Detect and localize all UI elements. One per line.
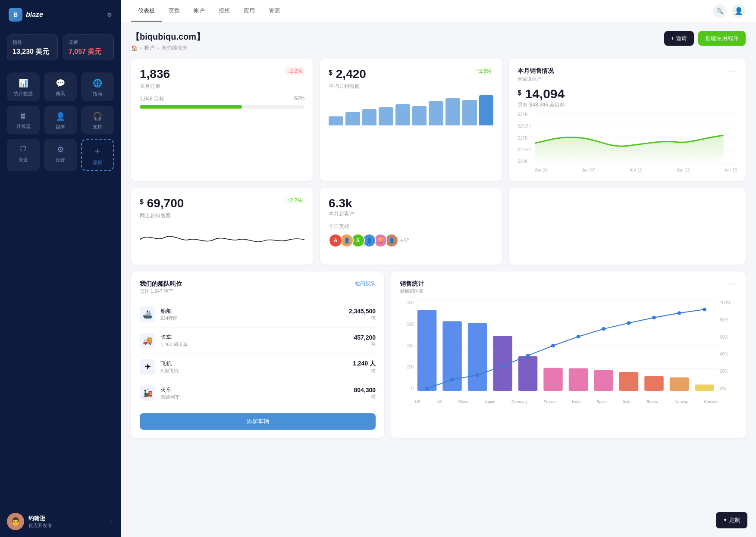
monthly-sales-card: 本月销售情况 全渠道用户 ··· $ 14,094 另有 $48,346 至目标… <box>509 59 746 181</box>
svg-rect-12 <box>468 323 487 391</box>
svg-rect-10 <box>417 310 436 391</box>
country-italy: Italy <box>623 400 631 404</box>
fleet-plane-count: 8 架飞机 <box>160 368 348 374</box>
sidebar-item-security[interactable]: 🛡 安全 <box>7 139 40 171</box>
y-right-0: 0% <box>720 386 737 391</box>
breadcrumb-sep2: › <box>157 45 159 51</box>
user-more-icon[interactable]: ⋮ <box>108 518 114 525</box>
svg-point-33 <box>703 308 706 311</box>
tab-auth[interactable]: 授权 <box>212 1 237 22</box>
avg-sales-badge: ↑2.6% <box>474 67 493 75</box>
sidebar-item-chat[interactable]: 💬 聊天 <box>44 72 77 101</box>
fleet-ship-value: 2,345,500 吨 <box>349 308 376 321</box>
sidebar-settings-icon[interactable]: ⚙ <box>107 12 112 18</box>
svg-point-23 <box>450 378 454 381</box>
x-label-4: Apr 13 <box>677 168 690 172</box>
fleet-ship-unit: 吨 <box>349 315 376 321</box>
country-spain: Spain <box>597 400 607 404</box>
fleet-item-plane: ✈ 飞机 8 架飞机 1,240 人 吨 <box>140 354 376 380</box>
fleet-ship-count: 234艘船 <box>160 315 344 322</box>
bar-9 <box>462 100 477 126</box>
placeholder-card <box>509 188 746 265</box>
plane-icon: ✈ <box>140 359 155 375</box>
sales-stats-title: 销售统计 <box>400 280 424 288</box>
progress-label: 1,048 目标 <box>140 95 164 103</box>
ship-icon: 🚢 <box>140 306 155 322</box>
y-axis-left: 800 600 400 200 0 <box>400 300 414 391</box>
fleet-link[interactable]: 检阅舰队 <box>355 280 376 287</box>
svg-rect-14 <box>518 356 537 391</box>
country-japan: Japan <box>485 400 496 404</box>
truck-icon: 🚚 <box>140 333 155 348</box>
invite-button[interactable]: + 邀请 <box>664 31 694 46</box>
fleet-item-truck: 🚚 卡车 1,460 码卡车 457,200 吨 <box>140 328 376 354</box>
avg-sales-label: 平均日销售额 <box>329 83 493 90</box>
create-app-button[interactable]: 创建应用程序 <box>698 31 746 46</box>
tab-pages[interactable]: 页数 <box>162 1 187 22</box>
bar-3 <box>362 109 377 126</box>
monthly-sales-more-btn[interactable]: ··· <box>729 67 737 75</box>
tab-dashboard[interactable]: 仪表板 <box>131 1 162 22</box>
page-title: 【biqubiqu.com】 <box>131 31 205 43</box>
sidebar-item-media[interactable]: 👤 媒体 <box>44 106 77 134</box>
budget-label: 预算 <box>13 39 52 46</box>
avg-sales-value: $ 2,420 <box>329 67 366 81</box>
currency-symbol: $ <box>329 69 333 77</box>
country-germany: Germany <box>511 400 527 404</box>
bar-1 <box>329 116 343 125</box>
expense-card: 花费 7,057 美元 <box>63 34 114 60</box>
fleet-ship-name: 船舶 <box>160 307 344 315</box>
svg-point-22 <box>425 387 429 390</box>
page-title-section: 【biqubiqu.com】 🏠 › 帐户 › 奥弗维耶夫 <box>131 31 205 52</box>
search-button[interactable]: 🔍 <box>713 4 727 18</box>
total-sales-header: $ 69,700 ↑2.2% <box>140 197 304 210</box>
logo-text: blaze <box>26 11 43 19</box>
svg-rect-16 <box>569 368 588 391</box>
sidebar-label-settings: 设置 <box>56 157 65 163</box>
sidebar-item-add[interactable]: + 添新 <box>81 139 114 171</box>
avg-sales-bar-chart <box>329 95 493 125</box>
y-label-1: $24K <box>518 112 535 117</box>
breadcrumb: 🏠 › 帐户 › 奥弗维耶夫 <box>131 44 205 52</box>
x-label-5: Apr 16 <box>724 168 737 172</box>
sidebar-item-support[interactable]: 🎧 支持 <box>81 106 114 134</box>
chat-icon: 💬 <box>56 78 65 88</box>
user-info: 约翰逊 反应开发者 <box>28 515 104 529</box>
top-tabs: 仪表板 页数 帐户 授权 应用 资源 <box>131 1 287 22</box>
svg-point-30 <box>627 321 631 325</box>
guide-icon: 🌐 <box>93 78 102 88</box>
add-vehicle-button[interactable]: 添加车辆 <box>140 413 376 430</box>
fleet-plane-name: 飞机 <box>160 360 348 368</box>
tab-resources[interactable]: 资源 <box>262 1 287 22</box>
fleet-plane-value: 1,240 人 吨 <box>353 360 376 374</box>
sidebar-item-calculator[interactable]: 🖩 计算器 <box>7 106 40 134</box>
avg-sales-card: $ 2,420 ↑2.6% 平均日销售额 <box>320 59 502 181</box>
user-avatar-button[interactable]: 👤 <box>732 4 746 18</box>
country-canada: Canada <box>704 400 718 404</box>
tab-apps[interactable]: 应用 <box>237 1 262 22</box>
sales-bar-chart-svg <box>415 300 718 391</box>
sidebar-item-guide[interactable]: 🌐 指南 <box>81 72 114 101</box>
tab-account[interactable]: 帐户 <box>187 1 212 22</box>
customize-button[interactable]: ✦ 定制 <box>716 512 747 528</box>
avg-sales-number: 2,420 <box>336 67 366 81</box>
page-header: 【biqubiqu.com】 🏠 › 帐户 › 奥弗维耶夫 + 邀请 创建应用程… <box>131 31 746 52</box>
fleet-train-unit: 吨 <box>354 393 376 400</box>
y-axis-right: 100% 80% 60% 40% 20% 0% <box>720 300 737 391</box>
y-label-4: $13.5K <box>518 147 535 152</box>
fleet-plane-info: 飞机 8 架飞机 <box>160 360 348 374</box>
new-customers-card: 6.3k 本月新客户 今日英雄 A 👤 S 👤 🏆 👤 +42 <box>320 188 502 265</box>
y-right-60: 60% <box>720 335 737 340</box>
sales-stats-subtitle: 最畅销国家 <box>400 288 424 294</box>
total-sales-value: $ 69,700 <box>140 197 184 210</box>
sidebar-item-stats[interactable]: 📊 统计数据 <box>7 72 40 101</box>
monthly-sales-value: $ 14,094 <box>518 87 737 101</box>
monthly-sales-title: 本月销售情况 <box>518 67 554 75</box>
main-content: 仪表板 页数 帐户 授权 应用 资源 🔍 👤 【biqubiqu.com】 🏠 … <box>121 0 756 537</box>
x-axis-countries: US UK China Japan Germany France India S… <box>415 400 718 404</box>
progress-bar-bg <box>140 105 304 109</box>
sidebar-item-settings[interactable]: ⚙ 设置 <box>44 139 77 171</box>
country-india: India <box>572 400 581 404</box>
svg-rect-17 <box>594 370 613 391</box>
sales-stats-more-btn[interactable]: ··· <box>729 280 737 288</box>
